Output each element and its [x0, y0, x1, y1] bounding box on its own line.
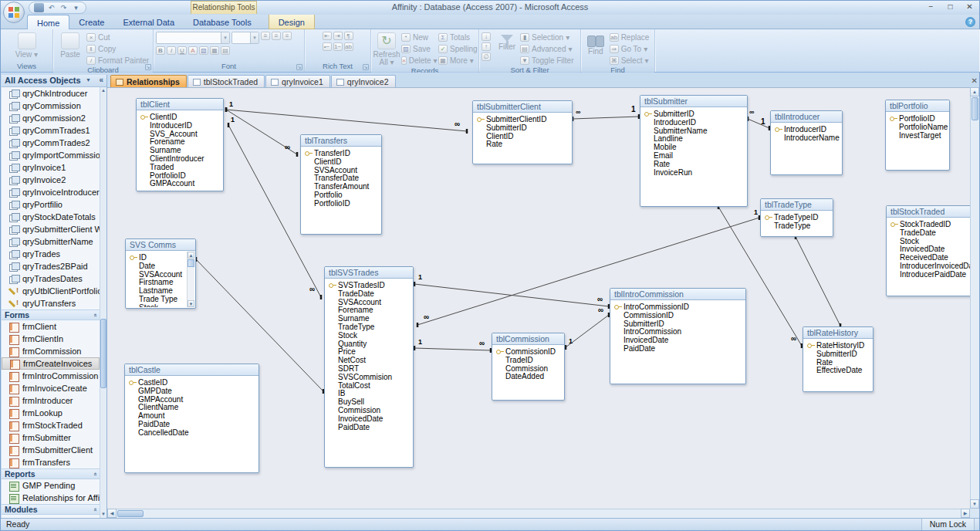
nav-section-reports[interactable]: Reports« — [2, 468, 100, 479]
scroll-up-icon[interactable]: ▲ — [188, 252, 194, 259]
nav-item-qrycommission2[interactable]: qryCommission2 — [2, 112, 100, 124]
rich-text-dialog-launcher[interactable]: ↘ — [363, 64, 369, 70]
spelling-button[interactable]: ✓Spelling — [438, 44, 478, 54]
nav-item-frmcreateinvoices[interactable]: frmCreateInvoices — [2, 357, 100, 370]
scroll-right-icon[interactable]: ▶ — [961, 509, 970, 518]
table-field-paiddate[interactable]: PaidDate — [329, 424, 411, 432]
table-box-tblintroducer[interactable]: tblIntroducerIntroducerIDIntroducerName — [770, 110, 843, 175]
nav-pane-header[interactable]: All Access Objects ▼ « — [2, 75, 106, 87]
doc-tab-relationships[interactable]: Relationships — [110, 75, 187, 87]
direction-icon[interactable]: ¶ — [344, 32, 353, 40]
table-field-investtarget[interactable]: InvestTarget — [890, 132, 947, 140]
canvas-vertical-scrollbar[interactable]: ▲ ▼ — [970, 87, 979, 509]
nav-dropdown-icon[interactable]: ▼ — [86, 77, 91, 83]
ribbon-tab-external-data[interactable]: External Data — [113, 15, 184, 29]
nav-item-frmclientin[interactable]: frmClientIn — [2, 333, 100, 345]
table-box-tblsvstrades[interactable]: tblSVSTradesSVSTradesIDTradeDateSVSAccou… — [324, 266, 414, 468]
nav-scrollbar[interactable]: ▲ ▼ — [100, 87, 106, 518]
doc-tab-qryinvoice1[interactable]: qryInvoice1 — [265, 75, 330, 87]
table-box-tblcommission[interactable]: tblCommissionCommissionIDTradeIDCommissi… — [492, 333, 565, 401]
minimize-button[interactable]: − — [924, 2, 938, 12]
relationships-canvas[interactable]: 1∞∞1∞∞1∞11∞1∞1∞1∞1∞ tblClientClientIDInt… — [107, 87, 970, 509]
doc-tab-tblstocktraded[interactable]: tblStockTraded — [188, 75, 265, 87]
nav-item-qrychkintroducer[interactable]: qryChkIntroducer — [2, 87, 100, 100]
nav-item-frmstocktraded[interactable]: frmStockTraded — [2, 419, 100, 431]
table-box-tblstocktraded[interactable]: tblStockTradedStockTradedIDTradeDateStoc… — [886, 205, 970, 296]
table-box-tbltransfers[interactable]: tblTransfersTransferIDClientIDSVSAccount… — [300, 134, 382, 235]
more-button[interactable]: ▦More ▾ — [438, 56, 478, 66]
table-box-tblcastle[interactable]: tblCastleCastleIDGMPDateGMPAccountClient… — [124, 364, 259, 473]
table-field-tradeid[interactable]: TradeID — [496, 357, 562, 365]
vscroll-thumb[interactable] — [972, 97, 978, 120]
table-title[interactable]: tblCommission — [492, 333, 564, 345]
format-painter-button[interactable]: /Format Painter — [86, 56, 149, 66]
table-box-tblratehistory[interactable]: tblRateHistoryRateHistoryIDSubmitterIDRa… — [803, 326, 874, 392]
selection-button[interactable]: ▮Selection ▾ — [520, 32, 574, 42]
table-title[interactable]: tblStockTraded — [887, 206, 970, 218]
table-title[interactable]: tblSVSTrades — [325, 267, 413, 279]
help-icon[interactable]: ? — [965, 17, 975, 27]
select-button[interactable]: ⌘Select ▾ — [610, 56, 652, 66]
close-document-icon[interactable]: ✕ — [972, 76, 978, 85]
table-box-tblsubmitterclient[interactable]: tblSubmitterClientSubmitterClientIDSubmi… — [472, 100, 573, 164]
table-field-clientid[interactable]: ClientID — [305, 158, 379, 167]
table-field-portfolioid[interactable]: PortfolioID — [305, 200, 379, 208]
nav-collapse-icon[interactable]: « — [99, 76, 103, 84]
table-title[interactable]: tblIntroCommission — [610, 289, 745, 300]
doc-tab-qryinvoice2[interactable]: qryInvoice2 — [331, 75, 396, 87]
save-record-button[interactable]: ▨Save — [401, 44, 437, 54]
table-title[interactable]: tblTransfers — [301, 135, 381, 147]
font-size-combo[interactable]: ▾ — [231, 32, 259, 44]
nav-item-qrytrades[interactable]: qryTrades — [2, 248, 100, 260]
nav-item-frmcommission[interactable]: frmCommission — [2, 345, 100, 357]
nav-item-frmclient[interactable]: frmClient — [2, 320, 100, 333]
refresh-all-button[interactable]: ↻ Refresh All ▾ — [373, 32, 400, 66]
table-field-stock[interactable]: Stock — [130, 304, 193, 307]
table-title[interactable]: SVS Comms — [126, 239, 195, 251]
nav-item-qrycommtrades1[interactable]: qryCommTrades1 — [2, 124, 100, 137]
table-box-svs-comms[interactable]: SVS CommsIDDateSVSAccountFirstnameLastna… — [125, 238, 196, 309]
toggle-filter-button[interactable]: ▼Toggle Filter — [520, 56, 574, 66]
ribbon-tab-design[interactable]: Design — [269, 15, 315, 29]
nav-item-qrysubmittername[interactable]: qrySubmitterName — [2, 235, 100, 248]
nav-item-frmintrocommission[interactable]: frmIntroCommission — [2, 370, 100, 382]
table-box-tblintrocommission[interactable]: tblIntroCommissionIntroCommissionIDCommi… — [610, 288, 746, 384]
alternate-fill-icon[interactable]: ▤ — [221, 46, 230, 55]
nav-scrollbar-thumb[interactable] — [100, 319, 106, 388]
nav-item-qryinvoiceintroducer[interactable]: qryInvoiceIntroducer — [2, 186, 100, 198]
nav-item-frmtransfers[interactable]: frmTransfers — [2, 456, 100, 468]
font-name-combo[interactable]: ▾ — [156, 32, 230, 44]
table-title[interactable]: tblCastle — [125, 364, 259, 376]
table-field-commissionid[interactable]: CommissionID — [614, 312, 743, 320]
table-title[interactable]: tblSubmitterClient — [473, 101, 572, 113]
table-field-tradedate[interactable]: TradeDate — [890, 229, 969, 238]
numbering-icon[interactable]: 1− — [333, 42, 343, 51]
paste-button[interactable]: Paste — [56, 32, 85, 59]
nav-item-qrystockdatetotals[interactable]: qryStockDateTotals — [2, 211, 100, 223]
nav-item-frmintroducer[interactable]: frmIntroducer — [2, 394, 100, 407]
nav-item-qrycommission[interactable]: qryCommission — [2, 100, 100, 112]
nav-item-qryutblclientportfolio[interactable]: qryUtblClientPortfolio — [2, 285, 100, 297]
table-field-introducerid[interactable]: IntroducerID — [644, 119, 745, 127]
hscroll-thumb[interactable] — [117, 510, 144, 517]
table-box-tblclient[interactable]: tblClientClientIDIntroducerIDSVS_Account… — [136, 98, 224, 191]
sort-ascending-icon[interactable]: ↓ — [482, 32, 491, 41]
italic-icon[interactable]: I — [167, 46, 176, 55]
ribbon-tab-home[interactable]: Home — [27, 15, 69, 29]
align-left-icon[interactable]: ≡ — [261, 32, 270, 40]
table-title[interactable]: tblTradeType — [761, 199, 833, 211]
align-center-icon[interactable]: ≡ — [272, 32, 281, 40]
nav-item-qrysubmitterclient-witho[interactable]: qrySubmitterClient Witho... — [2, 223, 100, 235]
totals-button[interactable]: ΣTotals — [438, 32, 478, 42]
canvas-horizontal-scrollbar[interactable]: ◀ ▶ — [107, 509, 970, 518]
close-button[interactable]: ✕ — [963, 2, 976, 12]
scroll-up-icon[interactable]: ▲ — [970, 87, 979, 96]
table-scroll-thumb[interactable] — [188, 259, 194, 267]
table-title[interactable]: tblClient — [137, 99, 223, 110]
nav-item-frmlookup[interactable]: frmLookup — [2, 407, 100, 419]
view-button[interactable]: View ▾ — [12, 32, 42, 59]
table-field-introducerid[interactable]: IntroducerID — [140, 122, 221, 130]
clear-sort-icon[interactable]: ∅ — [482, 52, 491, 61]
nav-item-qryinvoice2[interactable]: qryInvoice2 — [2, 174, 100, 186]
restore-button[interactable]: □ — [944, 2, 957, 12]
